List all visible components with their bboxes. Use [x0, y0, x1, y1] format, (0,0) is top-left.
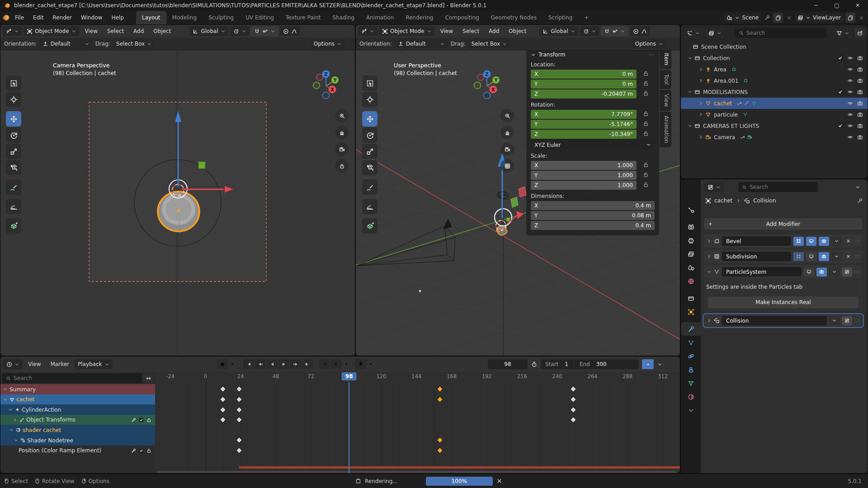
menu-file[interactable]: File	[11, 13, 28, 22]
properties-tab-tool[interactable]	[681, 203, 701, 216]
3d-viewport-camera[interactable]: Object Mode View Select Add Object Globa…	[0, 25, 355, 356]
dimension-x-field[interactable]: X0.4 m	[531, 201, 655, 210]
keyframe-diamond[interactable]	[438, 387, 443, 392]
rotation-mode-dropdown[interactable]: XYZ Euler	[531, 140, 655, 150]
preview-range-icon[interactable]	[531, 361, 537, 367]
move-tool-button[interactable]	[362, 111, 377, 127]
chevron-right-icon[interactable]	[698, 67, 703, 72]
check-toggle[interactable]	[837, 55, 843, 61]
maximize-button[interactable]: ▢	[826, 0, 847, 11]
selectbox-tool-button[interactable]	[6, 75, 21, 91]
chevron-icon[interactable]	[8, 407, 13, 412]
dimension-y-field[interactable]: Y0.08 m	[531, 211, 655, 220]
properties-tab-collection[interactable]	[681, 291, 701, 305]
workspace-tab-shading[interactable]: Shading	[326, 11, 360, 24]
drag-dropdown[interactable]: Select Box	[113, 39, 155, 49]
eye-toggle[interactable]	[847, 55, 853, 61]
eye-toggle[interactable]	[847, 134, 853, 140]
filter-toggle-button[interactable]	[143, 373, 153, 383]
editor-type-button[interactable]	[684, 28, 703, 38]
chevron-icon[interactable]	[2, 397, 8, 402]
eye-toggle[interactable]	[847, 100, 853, 106]
transform-tool-button[interactable]	[6, 160, 21, 175]
keying-dropdown[interactable]	[229, 359, 236, 369]
transform-orientation-dropdown[interactable]: Global	[189, 26, 228, 36]
mode-dropdown[interactable]: Object Mode	[24, 26, 80, 36]
workspace-tab-animation[interactable]: Animation	[360, 11, 400, 24]
channel-shader-nodetree[interactable]: Shader Nodetree	[0, 435, 155, 446]
modifier-name-field[interactable]: Subdivision	[722, 252, 791, 261]
properties-tab-render[interactable]	[681, 220, 701, 234]
open-properties-button[interactable]	[842, 267, 852, 277]
monitor-toggle[interactable]	[806, 237, 816, 246]
proportional-edit-group[interactable]	[630, 26, 650, 36]
frame-step-dropdown[interactable]	[343, 359, 350, 369]
rotate-tool-button[interactable]	[362, 127, 377, 143]
new-collection-button[interactable]	[855, 28, 865, 38]
chevron-icon[interactable]	[9, 427, 14, 432]
editor-type-button[interactable]	[3, 26, 22, 36]
snap-group[interactable]	[251, 26, 278, 36]
addcube-tool-button[interactable]	[6, 218, 21, 234]
editor-type-button[interactable]	[358, 26, 377, 36]
channel-shader-cachet[interactable]: shader cachet	[0, 425, 155, 435]
rotate-tool-button[interactable]	[6, 127, 21, 143]
outliner-row-modelisations[interactable]: MODELISATIONS	[681, 86, 868, 98]
sync-button[interactable]	[642, 359, 654, 369]
monitor-toggle[interactable]	[804, 267, 814, 277]
keyframe-diamond[interactable]	[438, 397, 443, 402]
channel-object-transforms[interactable]: Object Transforms	[0, 415, 155, 425]
chevron-down-icon[interactable]	[687, 89, 693, 94]
workspace-tab-scripting[interactable]: Scripting	[542, 11, 578, 24]
channel-search-input[interactable]: Search	[2, 373, 142, 383]
keyframe-diamond[interactable]	[438, 438, 443, 443]
eye-toggle[interactable]	[847, 112, 853, 117]
chevron-icon[interactable]	[13, 438, 19, 443]
hand-view-button[interactable]	[500, 126, 514, 139]
add-menu[interactable]: Add	[129, 27, 148, 36]
pivot-dropdown[interactable]	[230, 26, 250, 36]
transform-orientation-dropdown[interactable]: Global	[539, 26, 578, 36]
camera_obj-view-button[interactable]	[500, 142, 514, 156]
playhead[interactable]	[349, 382, 349, 473]
scale-tool-button[interactable]	[362, 144, 377, 159]
eye-toggle[interactable]	[847, 66, 853, 72]
properties-tab-material[interactable]	[681, 390, 701, 404]
snap-group[interactable]	[601, 26, 628, 36]
3d-viewport-user[interactable]: Object Mode View Select Add Object Globa…	[356, 25, 680, 356]
properties-tab-viewlayer[interactable]	[681, 247, 701, 261]
pivot-dropdown[interactable]	[580, 26, 599, 36]
workspace-tab-texture-paint[interactable]: Texture Paint	[280, 11, 326, 24]
chevron-right-icon[interactable]	[698, 101, 703, 106]
drag-handle-icon[interactable]	[854, 269, 860, 275]
delete-scene-icon[interactable]	[785, 13, 793, 23]
workspace-tab-modeling[interactable]: Modeling	[166, 11, 203, 24]
breadcrumb-modifier[interactable]: Collision	[753, 197, 776, 204]
blender-menu-icon[interactable]	[3, 14, 10, 21]
options-dropdown[interactable]: Options	[311, 39, 345, 49]
cam-toggle[interactable]	[857, 134, 863, 140]
keyframe-diamond[interactable]	[221, 397, 226, 402]
rotation-y-field[interactable]: Y-5.1746°	[531, 120, 637, 129]
view-menu[interactable]: View	[81, 27, 102, 36]
sidebar-tab-animation[interactable]: Animation	[660, 112, 671, 147]
location-x-field[interactable]: X0 m	[531, 70, 637, 79]
frame-forward-button[interactable]	[331, 359, 342, 369]
open-properties-button[interactable]	[842, 316, 852, 325]
cam-toggle[interactable]	[816, 267, 827, 277]
menu-window[interactable]: Window	[77, 13, 106, 22]
filter-dropdown[interactable]	[833, 28, 853, 38]
location-y-field[interactable]: Y0 m	[531, 80, 637, 89]
viewlayer-selector[interactable]: ViewLayer	[795, 13, 844, 23]
previous-keyframe-button[interactable]	[255, 359, 266, 369]
object-menu[interactable]: Object	[149, 27, 175, 36]
cam-toggle[interactable]	[857, 100, 863, 106]
modifier-particlesystem[interactable]: ParticleSystem	[703, 265, 863, 278]
channel-cylinderaction[interactable]: CylinderAction	[0, 404, 155, 415]
cam-toggle[interactable]	[857, 78, 863, 84]
editmode-toggle[interactable]	[793, 237, 804, 246]
chevron-icon[interactable]	[12, 418, 18, 422]
chevron-down-icon[interactable]	[687, 56, 693, 61]
workspace-tab-rendering[interactable]: Rendering	[400, 11, 439, 24]
hand-view-button[interactable]	[335, 126, 349, 139]
